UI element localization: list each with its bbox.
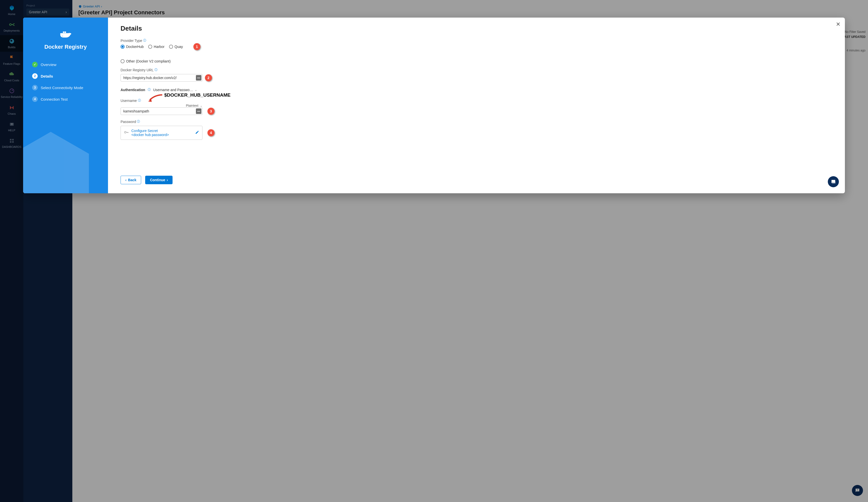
info-icon[interactable]: ⓘ <box>154 68 157 72</box>
step-connection-test[interactable]: 4 Connection Test <box>31 93 102 105</box>
chevron-left-icon: ‹ <box>125 178 127 182</box>
step-list: ✓ Overview 2 Details 3 Select Connectivi… <box>29 59 102 105</box>
chevron-down-icon: ⌄ <box>200 104 203 107</box>
password-secret-box[interactable]: Configure Secret <docker hub password> <box>121 126 203 140</box>
info-icon[interactable]: ⓘ <box>143 39 146 43</box>
secret-name: <docker hub password> <box>131 133 193 137</box>
connector-modal: Docker Registry ✓ Overview 2 Details 3 S… <box>23 18 845 193</box>
background-hexagon-icon <box>23 128 99 193</box>
svg-rect-13 <box>63 31 64 33</box>
radio-quay[interactable]: Quay <box>169 45 183 49</box>
annotation-text: $DOCKER_HUB_USERNAME <box>164 92 230 98</box>
username-input[interactable] <box>121 107 203 115</box>
docker-icon <box>60 30 71 40</box>
step-number: 3 <box>32 85 38 90</box>
annotation-badge-3: 3 <box>207 108 215 115</box>
radio-harbor[interactable]: Harbor <box>148 45 165 49</box>
radio-dockerhub[interactable]: DockerHub <box>121 45 144 49</box>
chat-icon <box>830 179 836 185</box>
auth-type-select[interactable]: Username and Passwo… ⌄ <box>153 88 197 92</box>
key-icon <box>124 130 129 136</box>
info-icon[interactable]: ⓘ <box>138 98 141 103</box>
modal-right-panel: ✕ Details Provider Type ⓘ DockerHub Harb… <box>108 18 845 193</box>
secret-title: Configure Secret <box>131 129 193 133</box>
input-expression-button[interactable]: ••• <box>196 108 202 114</box>
registry-url-input[interactable] <box>121 74 203 82</box>
annotation-badge-4: 4 <box>207 129 215 136</box>
close-button[interactable]: ✕ <box>836 21 840 28</box>
step-number: 2 <box>32 73 38 79</box>
input-expression-button[interactable]: ••• <box>196 75 202 81</box>
modal-left-panel: Docker Registry ✓ Overview 2 Details 3 S… <box>23 18 108 193</box>
svg-rect-14 <box>64 31 66 33</box>
chevron-down-icon: ⌄ <box>195 88 197 92</box>
chat-button-modal[interactable] <box>828 176 839 187</box>
info-icon[interactable]: ⓘ <box>137 119 140 124</box>
continue-button[interactable]: Continue › <box>145 176 173 184</box>
provider-type-label: Provider Type ⓘ <box>121 39 832 43</box>
step-overview[interactable]: ✓ Overview <box>31 59 102 70</box>
arrow-icon <box>148 94 163 102</box>
chevron-right-icon: › <box>167 178 168 182</box>
step-number: 4 <box>32 96 38 102</box>
step-details[interactable]: 2 Details <box>31 70 102 82</box>
password-label: Password ⓘ <box>121 119 832 124</box>
username-type-select[interactable]: Plaintext ⌄ <box>186 104 203 107</box>
username-label: Username ⓘ <box>121 98 141 103</box>
details-heading: Details <box>121 24 832 32</box>
info-icon[interactable]: ⓘ <box>148 87 151 92</box>
radio-other[interactable]: Other (Docker V2 compliant) <box>121 59 170 63</box>
back-button[interactable]: ‹ Back <box>121 176 141 184</box>
svg-point-17 <box>125 132 126 133</box>
annotation-badge-1: 1 <box>193 43 200 50</box>
auth-label: Authentication <box>121 88 145 92</box>
close-icon: ✕ <box>836 21 840 27</box>
svg-point-16 <box>62 36 63 36</box>
provider-type-radio-group: DockerHub Harbor Quay Other (Docker V2 c… <box>121 45 832 63</box>
check-icon: ✓ <box>32 62 38 67</box>
modal-footer: ‹ Back Continue › <box>121 176 832 186</box>
modal-left-title: Docker Registry <box>44 44 87 50</box>
step-connectivity[interactable]: 3 Select Connectivity Mode <box>31 82 102 93</box>
registry-url-label: Docker Registry URL ⓘ <box>121 68 832 72</box>
edit-icon[interactable] <box>195 130 199 135</box>
annotation-badge-2: 2 <box>205 74 212 81</box>
